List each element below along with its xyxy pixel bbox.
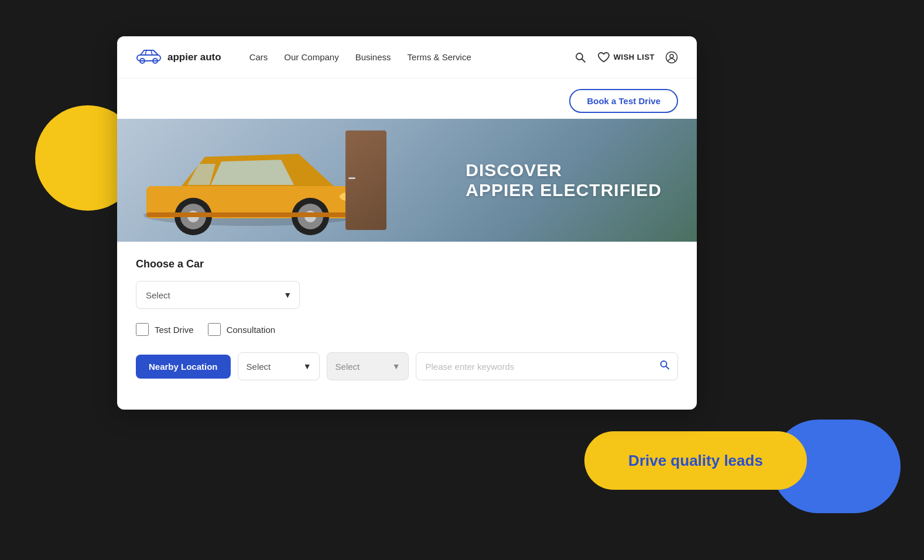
test-drive-label: Test Drive	[155, 325, 194, 335]
svg-point-7	[666, 51, 677, 63]
logo-icon	[136, 48, 162, 67]
hero-door	[345, 130, 386, 230]
book-test-drive-button[interactable]: Book a Test Drive	[569, 89, 678, 113]
choose-car-row: Choose a Car Select Model A Model B Mode…	[136, 258, 678, 309]
hero-text-line2: APPIER ELECTRIFIED	[466, 180, 662, 200]
heart-icon	[597, 51, 610, 64]
hero-door-handle	[348, 177, 355, 179]
logo-text: appier auto	[167, 51, 221, 63]
nearby-location-button[interactable]: Nearby Location	[136, 355, 231, 379]
nav-our-company[interactable]: Our Company	[284, 52, 338, 62]
main-card: appier auto Cars Our Company Business Te…	[117, 36, 697, 410]
nav-links: Cars Our Company Business Terms & Servic…	[249, 52, 555, 62]
nav-cars[interactable]: Cars	[249, 52, 268, 62]
consultation-checkbox[interactable]	[208, 323, 221, 336]
svg-line-4	[151, 50, 152, 55]
nav-terms-service[interactable]: Terms & Service	[408, 52, 471, 62]
test-drive-checkbox[interactable]	[136, 323, 149, 336]
form-section: Choose a Car Select Model A Model B Mode…	[117, 242, 697, 386]
user-icon[interactable]	[665, 51, 678, 64]
select2-wrapper: Select Area 1 Area 2 ▼	[327, 352, 409, 380]
svg-rect-19	[146, 212, 357, 217]
logo-area: appier auto	[136, 48, 221, 67]
search-icon[interactable]	[574, 51, 587, 64]
select-car-wrapper: Select Model A Model B Model C ▼	[136, 281, 300, 309]
svg-line-6	[581, 59, 585, 62]
select2-dropdown[interactable]: Select Area 1 Area 2	[327, 352, 409, 380]
keyword-input-wrapper	[416, 352, 678, 380]
hero-text-area: DISCOVER APPIER ELECTRIFIED	[466, 160, 662, 200]
hero-car	[129, 119, 375, 242]
select-car-dropdown[interactable]: Select Model A Model B Model C	[136, 281, 300, 309]
checkboxes-row: Test Drive Consultation	[136, 323, 678, 336]
wish-list-button[interactable]: WISH LIST	[597, 51, 655, 64]
wish-list-label: WISH LIST	[614, 53, 655, 61]
svg-line-3	[145, 50, 146, 55]
bottom-row: Nearby Location Select Region 1 Region 2…	[136, 352, 678, 380]
select1-dropdown[interactable]: Select Region 1 Region 2	[238, 352, 320, 380]
navbar: appier auto Cars Our Company Business Te…	[117, 36, 697, 78]
book-btn-container: Book a Test Drive	[117, 78, 697, 119]
drive-quality-badge: Drive quality leads	[584, 431, 807, 490]
drive-quality-label: Drive quality leads	[628, 452, 763, 470]
keyword-search-icon[interactable]	[659, 360, 670, 373]
svg-point-8	[670, 54, 673, 58]
consultation-checkbox-item: Consultation	[208, 323, 275, 336]
hero-text-line1: DISCOVER	[466, 160, 662, 180]
keyword-input[interactable]	[416, 352, 678, 380]
svg-line-21	[666, 366, 669, 369]
form-section-title: Choose a Car	[136, 258, 678, 270]
test-drive-checkbox-item: Test Drive	[136, 323, 194, 336]
nav-right: WISH LIST	[574, 51, 678, 64]
nav-business[interactable]: Business	[355, 52, 391, 62]
hero-banner: DISCOVER APPIER ELECTRIFIED	[117, 119, 697, 242]
consultation-label: Consultation	[227, 325, 275, 335]
select1-wrapper: Select Region 1 Region 2 ▼	[238, 352, 320, 380]
